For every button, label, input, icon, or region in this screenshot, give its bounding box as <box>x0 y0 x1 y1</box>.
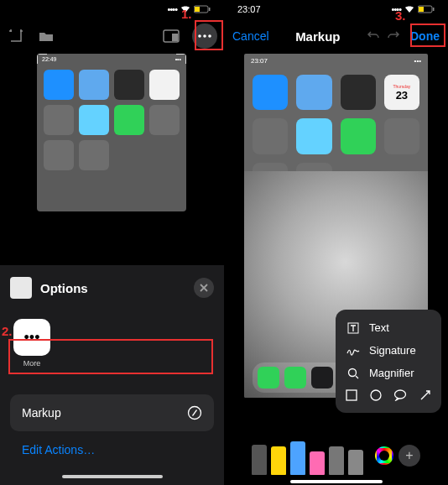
arrow-shape[interactable] <box>419 389 431 401</box>
right-navbar: Cancel Markup Done <box>224 18 448 54</box>
app-icon <box>341 75 376 110</box>
app-icon <box>253 75 288 110</box>
svg-rect-2 <box>209 8 211 11</box>
crop-preview[interactable]: 22:49••• <box>37 54 186 211</box>
app-icon <box>79 140 109 170</box>
markup-action[interactable]: Markup <box>10 394 214 431</box>
folder-icon[interactable] <box>37 27 55 45</box>
step-1: 1. <box>181 7 192 21</box>
left-screenshot: 22:49••• Options ••• More <box>0 0 224 485</box>
more-share-item[interactable]: ••• More <box>10 319 54 368</box>
add-button[interactable]: + <box>399 445 420 467</box>
pen-tool[interactable] <box>271 446 286 475</box>
app-icon <box>114 70 144 100</box>
square-shape[interactable] <box>346 389 357 401</box>
app-icon <box>296 118 331 154</box>
pen-tool[interactable] <box>329 446 344 475</box>
signature-tool[interactable]: Signature <box>336 339 441 362</box>
speech-shape[interactable] <box>393 389 407 401</box>
svg-rect-11 <box>433 8 435 11</box>
text-icon <box>346 322 361 334</box>
color-picker[interactable] <box>375 446 393 465</box>
battery-icon <box>418 5 435 13</box>
pen-tool[interactable] <box>348 450 363 475</box>
app-icon <box>79 70 109 100</box>
app-icon <box>44 105 74 135</box>
done-button[interactable]: Done <box>410 29 440 43</box>
undo-icon[interactable] <box>367 29 380 43</box>
app-icon <box>296 75 331 110</box>
tool-dock: + <box>224 426 448 475</box>
nav-title: Markup <box>295 29 340 44</box>
svg-point-15 <box>371 390 381 400</box>
app-icon <box>149 70 180 100</box>
cellular-icon <box>168 4 177 14</box>
options-sheet: Options ••• More Markup <box>0 265 224 485</box>
close-button[interactable] <box>194 278 214 298</box>
app-icon <box>384 118 419 154</box>
app-icon <box>149 105 180 135</box>
svg-rect-14 <box>346 390 357 400</box>
crop-icon[interactable] <box>7 27 25 45</box>
cancel-button[interactable]: Cancel <box>232 29 269 43</box>
app-icon <box>253 118 288 154</box>
svg-rect-4 <box>172 34 178 41</box>
left-toolbar <box>0 18 224 54</box>
wifi-icon <box>404 5 414 13</box>
app-icon <box>44 70 74 100</box>
signature-icon <box>346 346 361 356</box>
redo-icon[interactable] <box>387 29 400 43</box>
svg-point-5 <box>198 34 201 38</box>
circle-shape[interactable] <box>370 389 382 401</box>
svg-point-13 <box>349 368 357 376</box>
magnifier-icon <box>346 368 361 379</box>
step-2: 2. <box>2 324 13 338</box>
app-icon <box>44 140 74 170</box>
app-icon: Thursday23 <box>384 75 419 110</box>
app-icon <box>114 105 144 135</box>
markup-icon <box>187 405 202 420</box>
app-icon <box>341 118 376 154</box>
sheet-thumbnail <box>10 277 32 299</box>
battery-icon <box>194 5 211 13</box>
svg-point-6 <box>203 34 206 38</box>
home-indicator[interactable] <box>290 480 383 483</box>
text-tool[interactable]: Text <box>336 316 441 339</box>
pen-tool[interactable] <box>252 445 267 475</box>
statusbar-right: 23:07 <box>224 0 448 18</box>
svg-point-7 <box>208 34 211 38</box>
right-screenshot: 23:07 Cancel Markup Done 23:07••• <box>224 0 448 485</box>
svg-point-16 <box>395 390 406 399</box>
time: 23:07 <box>237 4 261 14</box>
pen-tool[interactable] <box>310 451 325 475</box>
more-button[interactable] <box>192 23 217 49</box>
pen-tool[interactable] <box>290 441 305 475</box>
magnifier-tool[interactable]: Magnifier <box>336 362 441 384</box>
edit-actions-link[interactable]: Edit Actions… <box>10 431 214 468</box>
svg-rect-10 <box>419 7 424 12</box>
home-indicator[interactable] <box>62 475 163 478</box>
aspect-icon[interactable] <box>162 27 180 45</box>
sheet-title: Options <box>40 281 88 295</box>
svg-rect-1 <box>195 7 200 12</box>
app-icon <box>79 105 109 135</box>
shape-popup: Text Signature Magnifier <box>336 310 441 413</box>
step-3: 3. <box>395 8 406 23</box>
